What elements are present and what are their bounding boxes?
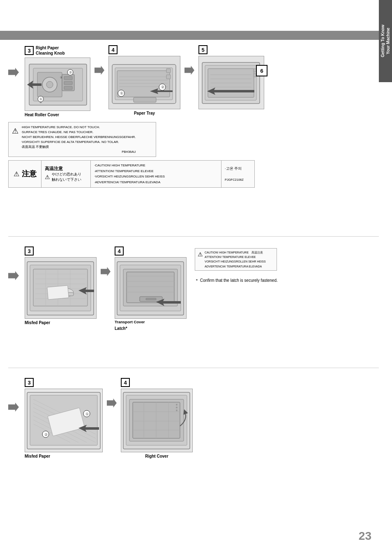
page-number: 23	[359, 530, 371, 543]
s2-warning-icon: ⚠	[198, 250, 203, 259]
s3-step4-illustration	[121, 389, 193, 452]
s2-step4-header: 4	[115, 246, 124, 256]
s3-step3-number: 3	[25, 378, 34, 387]
s2-step4-col: 4	[115, 246, 187, 331]
caution-warnings: ·CAUTION! HIGH TEMPERATURE ·ATTENTION! T…	[94, 163, 165, 185]
s2-step4-number: 4	[115, 246, 124, 256]
caution-jp-text2: やけどの恐れあり	[52, 172, 81, 177]
confirm-text: ＊ Confirm that the latch is securely fas…	[195, 277, 278, 284]
section1-arrow	[8, 45, 19, 77]
svg-text:②: ②	[44, 433, 48, 437]
s2-warning-box: ⚠ CAUTION! HIGH TEMPERATURE 高温注意 ATTENTI…	[195, 248, 277, 271]
svg-rect-10	[64, 86, 72, 90]
step4-svg: ② ①	[109, 56, 180, 109]
step3-header: 3 Right Paper Cleaning Knob	[25, 45, 77, 56]
caution-jp-symbol-cell: ⚠ 注意	[9, 161, 42, 187]
s3-step3-label: Misfed Paper	[25, 454, 50, 458]
divider-1-2	[8, 236, 379, 237]
warning-text-1: ·HIGH TEMPERATURE SURFACE. DO NOT TOUCH.…	[21, 125, 136, 154]
step3-illustration: ③ ① ② ①	[25, 58, 90, 111]
step4-col: 4	[108, 45, 180, 115]
step4-label: Paper Tray	[108, 111, 180, 115]
svg-text:②: ②	[161, 85, 164, 89]
svg-text:①: ①	[85, 412, 89, 416]
s3-step3-svg: ① ②	[25, 389, 103, 452]
step5-number: 5	[198, 45, 208, 54]
side-tab: Getting To Know Your Machine	[379, 0, 392, 82]
step5-col: 5	[198, 45, 264, 109]
s2-step3-svg	[25, 258, 97, 319]
side-tab-text: Getting To Know Your Machine	[380, 25, 391, 57]
caution-jp-text1: 高温注意	[45, 166, 63, 172]
section-2: 3	[8, 246, 376, 331]
s3-step3-col: 3	[25, 378, 103, 458]
s2-step4-illustration	[115, 257, 187, 319]
s2-step4-svg	[115, 258, 187, 319]
svg-rect-24	[166, 69, 171, 73]
caution-jp-icon2: ⚠	[45, 174, 50, 180]
caution-jp-text3: 触れないで下さい	[52, 177, 81, 182]
s2-latch-label: Latch*	[115, 326, 127, 331]
step5-illustration	[198, 56, 264, 109]
s3-step3-header: 3	[25, 378, 34, 387]
caution-jp-detail-cell: 高温注意 ⚠ やけどの恐れあり 触れないで下さい	[42, 161, 91, 187]
caution-ko-cell: ·고온 주의 PJGFC2106Z	[221, 161, 254, 187]
caution-triangle: ⚠	[14, 170, 19, 178]
step3-svg: ③ ① ② ①	[25, 58, 90, 111]
s2-connector-3-4	[101, 246, 111, 276]
s2-step3-number: 3	[25, 246, 34, 256]
caution-jp-symbol: 注意	[22, 169, 37, 179]
warning-icon-1: ⚠	[12, 126, 18, 137]
svg-rect-25	[166, 75, 171, 79]
s3-connector-3-4	[107, 378, 117, 408]
s2-step3-col: 3	[25, 246, 97, 325]
step3-col: 3 Right Paper Cleaning Knob ③ ①	[25, 45, 90, 117]
s2-transport-cover-label: Transport Cover	[115, 320, 145, 324]
connector-4-5	[184, 45, 194, 75]
caution-code: PJGFC2106Z	[225, 178, 244, 182]
section-1: 3 Right Paper Cleaning Knob ③ ①	[8, 45, 376, 188]
section2-row: 3	[8, 246, 376, 331]
warning-code: PBH36AU	[21, 150, 136, 154]
s2-right-col: ⚠ CAUTION! HIGH TEMPERATURE 高温注意 ATTENTI…	[195, 246, 278, 284]
caution-box: ⚠ 注意 高温注意 ⚠ やけどの恐れあり 触れないで下さい ·CAUTION! …	[8, 160, 255, 187]
s2-step3-label: Misfed Paper	[25, 320, 50, 325]
connector-3-4	[95, 45, 104, 75]
svg-point-95	[176, 410, 178, 411]
step5-header: 5	[198, 45, 208, 54]
caution-warnings-cell: ·CAUTION! HIGH TEMPERATURE ·ATTENTION! T…	[91, 161, 221, 187]
svg-text:②: ②	[69, 71, 72, 74]
step4-header: 4	[108, 45, 118, 54]
s3-step4-header: 4	[121, 378, 130, 387]
divider-2-3	[8, 368, 379, 368]
s3-step4-number: 4	[121, 378, 130, 387]
step5-svg	[199, 56, 264, 109]
section3-row: 3	[8, 378, 376, 458]
section3-arrow	[8, 378, 19, 412]
svg-text:①: ①	[39, 97, 42, 101]
svg-point-93	[176, 404, 178, 405]
s2-warning-text: CAUTION! HIGH TEMPERATURE 高温注意 ATTENTION…	[205, 250, 266, 269]
svg-rect-9	[64, 81, 72, 85]
step4-illustration: ② ①	[108, 56, 180, 109]
svg-point-94	[176, 407, 178, 408]
step6-box: 6	[256, 65, 267, 76]
svg-rect-86	[133, 402, 180, 438]
s3-step4-label: Right Cover	[121, 454, 193, 458]
svg-rect-55	[47, 286, 69, 299]
s3-step4-svg	[121, 389, 193, 452]
step3-number: 3	[25, 46, 34, 55]
warning-box-1: ⚠ ·HIGH TEMPERATURE SURFACE. DO NOT TOUC…	[8, 122, 156, 157]
section-3: 3	[8, 378, 376, 458]
s3-step4-col: 4	[121, 378, 193, 458]
s3-step3-illustration: ① ②	[25, 389, 103, 452]
svg-rect-8	[64, 76, 72, 80]
caution-ko-text: ·고온 주의	[225, 166, 242, 171]
step3-sub-label: Heat Roller Cover	[25, 113, 59, 117]
svg-rect-23	[134, 97, 156, 102]
svg-point-4	[46, 81, 53, 88]
svg-rect-62	[146, 298, 156, 300]
section2-arrow	[8, 246, 19, 280]
top-header-bar	[0, 31, 379, 40]
s2-step3-illustration	[25, 257, 97, 319]
